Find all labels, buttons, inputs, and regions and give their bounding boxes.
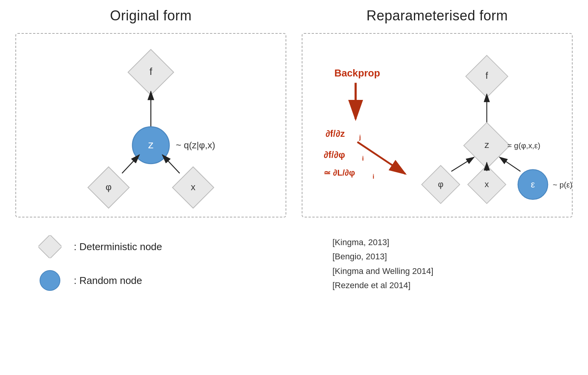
references-list: [Kingma, 2013][Bengio, 2013][Kingma and …: [302, 235, 573, 293]
rand-legend-label: : Random node: [74, 275, 142, 287]
phi-node-label-right: φ: [438, 179, 443, 189]
references-section: [Kingma, 2013][Bengio, 2013][Kingma and …: [302, 221, 573, 293]
df-dphi-label: ∂f/∂φ: [324, 149, 345, 160]
z-node-label: z: [148, 139, 154, 151]
svg-point-4: [40, 270, 60, 290]
reference-item: [Kingma, 2013]: [332, 235, 573, 249]
phi-to-z-arrow-left: [122, 155, 140, 173]
rand-node-legend-icon: [38, 269, 61, 292]
approx-label: ≃ ∂L/∂φ: [324, 168, 355, 178]
df-dzj-sub: j: [359, 134, 361, 141]
panels-row: Original form f z ~ q(z|φ,x): [0, 0, 588, 217]
backprop-label: Backprop: [334, 68, 380, 78]
z-node-label-right: z: [485, 139, 489, 150]
det-legend-label: : Deterministic node: [74, 241, 162, 253]
det-legend-item: : Deterministic node: [38, 235, 286, 258]
left-panel-title: Original form: [110, 8, 192, 24]
left-graph-svg: f z ~ q(z|φ,x) φ: [16, 34, 286, 218]
z-eq-annotation: = g(φ,x,ε): [507, 141, 540, 150]
rand-legend-item: : Random node: [38, 269, 286, 292]
df-dphi-sub: i: [362, 155, 364, 162]
df-dzj-label: ∂f/∂z: [326, 128, 345, 139]
approx-sub: i: [373, 173, 374, 180]
svg-rect-3: [38, 235, 61, 258]
reference-item: [Rezende et al 2014]: [332, 278, 573, 292]
f-node-label-right: f: [485, 70, 488, 81]
det-node-legend-icon: [38, 235, 61, 258]
legend-section: : Deterministic node : Random node: [15, 221, 286, 293]
df-to-phi-arrow: [357, 142, 405, 174]
z-annotation: ~ q(z|φ,x): [176, 140, 215, 150]
main-container: Original form f z ~ q(z|φ,x): [0, 0, 588, 375]
right-panel-title: Reparameterised form: [366, 8, 508, 24]
phi-node-label-left: φ: [106, 182, 112, 192]
legend: : Deterministic node : Random node: [15, 235, 286, 292]
reference-item: [Bengio, 2013]: [332, 249, 573, 264]
eps-annotation: ~ p(ε): [553, 181, 572, 189]
phi-to-z-arrow-right: [451, 157, 474, 171]
x-node-label-left: x: [191, 182, 196, 192]
eps-node-label: ε: [531, 179, 535, 189]
left-panel: Original form f z ~ q(z|φ,x): [15, 8, 286, 217]
bottom-section: : Deterministic node : Random node [King…: [0, 217, 588, 293]
x-to-z-arrow-left: [163, 155, 180, 173]
right-panel: Reparameterised form Backprop: [302, 8, 573, 217]
right-dashed-box: Backprop ∂f/∂z j ∂f/∂φ i ≃ ∂L/∂φ i: [302, 33, 573, 217]
right-graph-svg: Backprop ∂f/∂z j ∂f/∂φ i ≃ ∂L/∂φ i: [302, 34, 572, 218]
left-dashed-box: f z ~ q(z|φ,x) φ: [15, 33, 286, 217]
x-node-label-right: x: [485, 179, 489, 189]
eps-to-z-arrow-right: [500, 157, 520, 171]
f-node-label: f: [149, 66, 153, 77]
reference-item: [Kingma and Welling 2014]: [332, 264, 573, 278]
